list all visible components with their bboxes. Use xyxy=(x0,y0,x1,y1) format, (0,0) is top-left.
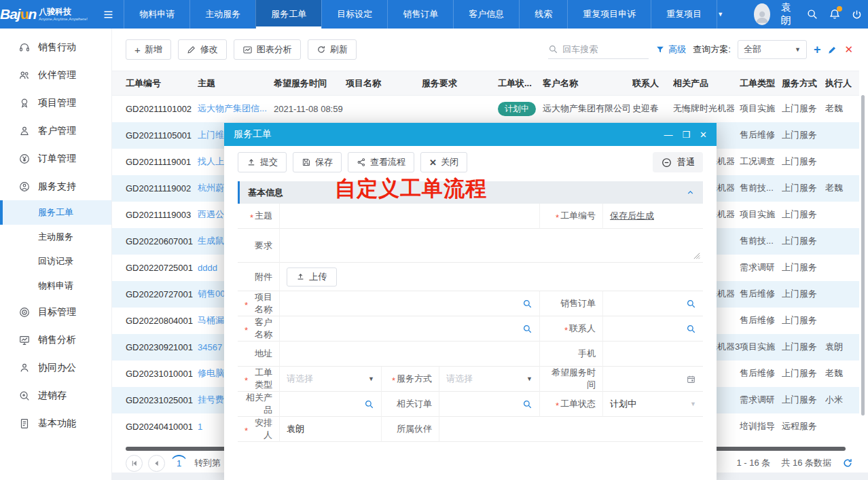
sidebar-item[interactable]: 销售分析 xyxy=(0,326,111,354)
sidebar-item[interactable]: 销售行动 xyxy=(0,33,111,61)
user-name[interactable]: 袁朗 xyxy=(780,1,796,27)
sidebar-subitem[interactable]: 物料申请 xyxy=(0,274,111,298)
search-input[interactable] xyxy=(562,44,644,54)
column-header[interactable]: 工单状... xyxy=(498,71,543,96)
nav-item-6[interactable]: 客户信息 xyxy=(453,0,519,29)
nav-item-3[interactable]: 服务工单 xyxy=(255,0,321,29)
nav-item-2[interactable]: 主动服务 xyxy=(189,0,255,29)
search-icon[interactable] xyxy=(806,8,818,20)
partner-input[interactable] xyxy=(439,417,703,442)
customer-input[interactable] xyxy=(280,316,540,341)
sidebar-item[interactable]: 订单管理 xyxy=(0,145,111,172)
close-icon[interactable]: ✕ xyxy=(700,130,707,139)
partners-icon xyxy=(18,69,31,81)
column-header[interactable]: 客户名称 xyxy=(543,71,632,96)
column-header[interactable]: 服务方式 xyxy=(782,71,825,96)
lookup-search-icon[interactable] xyxy=(364,399,374,409)
subject-link[interactable]: 34567 xyxy=(198,342,222,352)
address-input[interactable] xyxy=(280,341,540,367)
subject-link[interactable]: 远大物产集团信... xyxy=(198,103,267,113)
lookup-search-icon[interactable] xyxy=(522,299,532,309)
mobile-input[interactable] xyxy=(603,341,703,367)
inventory-icon xyxy=(18,390,31,402)
menu-toggle-icon[interactable] xyxy=(93,0,124,29)
column-header[interactable]: 工单类型 xyxy=(740,71,782,96)
delete-scheme-icon[interactable]: ✕ xyxy=(844,43,853,56)
order-type-select[interactable]: 请选择 ▼ xyxy=(280,367,382,392)
edit-scheme-icon[interactable] xyxy=(827,45,837,55)
assignee-input[interactable]: 袁朗 xyxy=(280,417,382,442)
current-page[interactable]: 1 xyxy=(170,455,187,472)
sidebar-subitem[interactable]: 回访记录 xyxy=(0,249,111,274)
column-header[interactable]: 联系人 xyxy=(632,71,673,96)
sidebar-item[interactable]: 服务支持 xyxy=(0,172,111,200)
related-order-input[interactable] xyxy=(439,392,540,417)
chevron-up-icon[interactable] xyxy=(686,188,695,197)
table-row[interactable]: GD20211101002远大物产集团信...2021-11-08 08:59计… xyxy=(112,96,859,122)
minimize-icon[interactable]: — xyxy=(664,130,672,139)
requirement-textarea[interactable] xyxy=(280,229,703,263)
column-header[interactable]: 主题 xyxy=(198,71,274,96)
prev-page-button[interactable] xyxy=(148,455,165,472)
subject-link[interactable]: dddd xyxy=(198,263,217,273)
column-header[interactable]: 执行人 xyxy=(825,71,859,96)
nav-item-9[interactable]: 重复项目 xyxy=(651,0,717,29)
subject-input[interactable] xyxy=(280,204,540,229)
advanced-filter[interactable]: 高级 xyxy=(655,43,686,56)
nav-item-5[interactable]: 销售订单 xyxy=(387,0,453,29)
sales-order-input[interactable] xyxy=(603,291,703,316)
refresh-button[interactable]: 刷新 xyxy=(308,39,357,60)
edit-button[interactable]: 修改 xyxy=(178,39,227,60)
sidebar-item[interactable]: 项目管理 xyxy=(0,89,111,117)
notifications-bell-icon[interactable] xyxy=(829,8,841,20)
resize-handle-icon[interactable] xyxy=(693,253,700,259)
column-header[interactable]: 项目名称 xyxy=(346,71,422,96)
column-header[interactable]: 服务要求 xyxy=(422,71,498,96)
column-header[interactable]: 相关产品 xyxy=(673,71,740,96)
sidebar-item[interactable]: 客户管理 xyxy=(0,117,111,145)
logout-power-icon[interactable] xyxy=(851,9,863,20)
lookup-search-icon[interactable] xyxy=(686,324,696,334)
sidebar-item[interactable]: 伙伴管理 xyxy=(0,61,111,89)
add-scheme-icon[interactable]: + xyxy=(814,43,821,57)
priority-selector[interactable]: 普通 xyxy=(653,152,703,172)
nav-item-4[interactable]: 目标设定 xyxy=(321,0,387,29)
related-product-input[interactable] xyxy=(280,392,382,417)
column-header[interactable]: 希望服务时间 xyxy=(274,71,346,96)
chart-analysis-button[interactable]: 图表分析 xyxy=(234,39,301,60)
expected-time-input[interactable] xyxy=(603,367,703,392)
lookup-search-icon[interactable] xyxy=(522,324,532,334)
vertical-scrollbar[interactable] xyxy=(861,95,865,416)
maximize-icon[interactable]: ❒ xyxy=(682,130,690,139)
column-header[interactable]: 工单编号 xyxy=(112,71,198,96)
contact-input[interactable] xyxy=(603,316,703,341)
sidebar-item[interactable]: 目标管理 xyxy=(0,298,111,326)
service-method-select[interactable]: 请选择 ▼ xyxy=(439,367,540,392)
sidebar-subitem[interactable]: 服务工单 xyxy=(0,200,111,225)
lookup-search-icon[interactable] xyxy=(686,299,696,309)
view-flow-button[interactable]: 查看流程 xyxy=(348,152,414,172)
sidebar-subitem[interactable]: 主动服务 xyxy=(0,225,111,249)
sidebar-item[interactable]: 进销存 xyxy=(0,382,111,409)
project-input[interactable] xyxy=(280,291,540,316)
submit-button[interactable]: 提交 xyxy=(238,152,287,172)
sidebar-item[interactable]: 协同办公 xyxy=(0,354,111,382)
save-button[interactable]: 保存 xyxy=(293,152,342,172)
subject-link[interactable]: 1 xyxy=(198,422,202,432)
calendar-icon[interactable] xyxy=(686,374,696,384)
sidebar-item[interactable]: 基本功能 xyxy=(0,409,111,437)
nav-item-1[interactable]: 物料申请 xyxy=(124,0,189,29)
nav-item-7[interactable]: 线索 xyxy=(519,0,567,29)
nav-more-caret-icon[interactable]: ▼ xyxy=(717,11,723,18)
order-no-value[interactable]: 保存后生成 xyxy=(610,210,654,222)
first-page-button[interactable] xyxy=(126,455,143,472)
pager-refresh-icon[interactable] xyxy=(842,458,853,468)
add-button[interactable]: + 新增 xyxy=(126,39,171,60)
avatar[interactable] xyxy=(754,3,770,25)
query-scheme-select[interactable]: 全部 ▼ xyxy=(738,40,807,59)
upload-button[interactable]: 上传 xyxy=(287,267,337,287)
order-status-select[interactable]: 计划中 ▼ xyxy=(603,392,703,417)
nav-item-8[interactable]: 重复项目申诉 xyxy=(567,0,651,29)
lookup-search-icon[interactable] xyxy=(522,399,532,409)
modal-close-button[interactable]: ✕ 关闭 xyxy=(420,152,467,172)
